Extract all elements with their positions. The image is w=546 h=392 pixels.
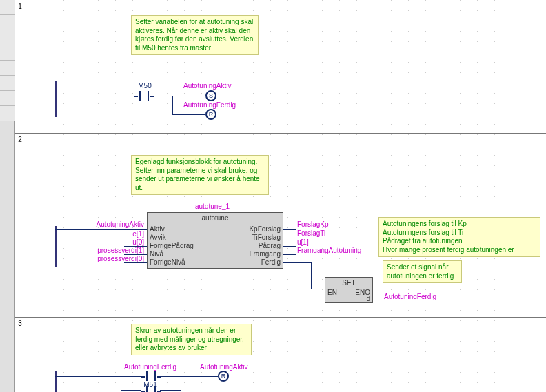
power-rail [55, 226, 57, 267]
set-title: SET [325, 278, 372, 287]
fb-in-e1: e[1] [107, 230, 144, 238]
fb-type-name: autotune [148, 213, 283, 222]
wire [172, 114, 205, 115]
function-block-set[interactable]: SET EN ENO d [325, 277, 373, 303]
rung-divider [15, 133, 546, 134]
wire [160, 376, 218, 377]
wire [373, 298, 383, 298]
wire [121, 376, 121, 390]
fb-pin-kpforslag: KpForslag [249, 225, 281, 233]
rung-number-3: 3 [15, 320, 25, 327]
fb-pin-ferdig: Ferdig [261, 258, 281, 266]
ladder-diagram-canvas: 1 2 3 Setter variabelen for at autotunin… [0, 0, 546, 392]
fb-in-autotuning-aktiv: AutotuningAktiv [90, 220, 144, 228]
fb-in-pv0: prosessverdi[0] [83, 255, 144, 262]
fb-out-framgang: FramgangAutotuning [297, 247, 361, 254]
coil-set-autotuning-aktiv[interactable]: S [205, 90, 216, 101]
wire [283, 262, 311, 263]
fb-out-u1: u[1] [297, 238, 309, 246]
rung-number-1: 1 [15, 3, 25, 10]
coil-label-autotuning-ferdig: AutotuningFerdig [183, 101, 236, 109]
power-rail [55, 371, 57, 392]
comment-box: Egenlagd funksjonsblokk for autotuning. … [131, 155, 269, 195]
wire [311, 289, 325, 289]
fb-pin-framgang: Framgang [249, 250, 281, 258]
fb-pin-aktiv: Aktiv [150, 225, 165, 233]
fb-pin-forrige-niva: ForrigeNivå [150, 258, 185, 266]
left-gutter [0, 0, 15, 392]
fb-pin-tiforslag: TiForslag [252, 234, 281, 241]
set-out-autotuning-ferdig: AutotuningFerdig [384, 293, 436, 300]
rung-number-2: 2 [15, 136, 25, 143]
coil-label-autotuning-aktiv: AutotuningAktiv [183, 82, 232, 90]
comment-box: Setter variabelen for at autotuning skal… [131, 15, 259, 55]
wire [172, 96, 173, 114]
wire [283, 254, 296, 255]
wire [160, 390, 181, 391]
fb-out-forslag-kp: ForslagKp [297, 220, 329, 228]
contact-label-m50: M50 [132, 82, 157, 90]
rung-divider [15, 317, 546, 318]
wire [283, 229, 296, 230]
power-rail [55, 81, 57, 117]
fb-instance-name: autotune_1 [171, 203, 254, 210]
fb-pin-avvik: Avvik [150, 234, 166, 241]
wire [124, 262, 147, 263]
fb-in-pv1: prosessverdi[1] [83, 247, 144, 254]
fb-pin-niva: Nivå [150, 250, 163, 258]
fb-in-u0: u[0] [107, 238, 144, 246]
fb-out-forslag-ti: ForslagTi [297, 229, 325, 237]
set-pin-d: d [366, 295, 370, 302]
coil-label-autotuning-aktiv-reset: AutotuningAktiv [200, 363, 248, 371]
wire [311, 262, 312, 289]
dot-grid [55, 0, 546, 392]
wire [153, 96, 205, 96]
wire [121, 390, 141, 391]
contact-label-autotuning-ferdig: AutotuningFerdig [124, 363, 176, 371]
fb-pin-forrige-padrag: ForrigePådrag [150, 242, 194, 249]
wire [55, 96, 134, 96]
contact-label-m51: M51 [138, 381, 163, 389]
wire [283, 238, 296, 238]
wire [181, 376, 181, 390]
comment-box: Skrur av autotuningen når den er ferdig … [131, 324, 252, 355]
contact-autotuning-ferdig[interactable] [145, 371, 157, 381]
set-pin-en: EN [327, 289, 337, 296]
comment-box: Sender et signal når autotuningen er fer… [383, 260, 462, 283]
wire [283, 246, 296, 247]
coil-reset-autotuning-aktiv[interactable]: R [218, 371, 229, 382]
contact-m50[interactable] [138, 91, 150, 101]
coil-reset-autotuning-ferdig[interactable]: R [205, 109, 216, 120]
fb-pin-padrag: Pådrag [259, 242, 281, 249]
comment-box: Autotuningens forslag til Kp Autotuninge… [378, 217, 540, 257]
wire [55, 376, 141, 377]
function-block-autotune[interactable]: autotune Aktiv Avvik ForrigePådrag Nivå … [147, 212, 283, 269]
